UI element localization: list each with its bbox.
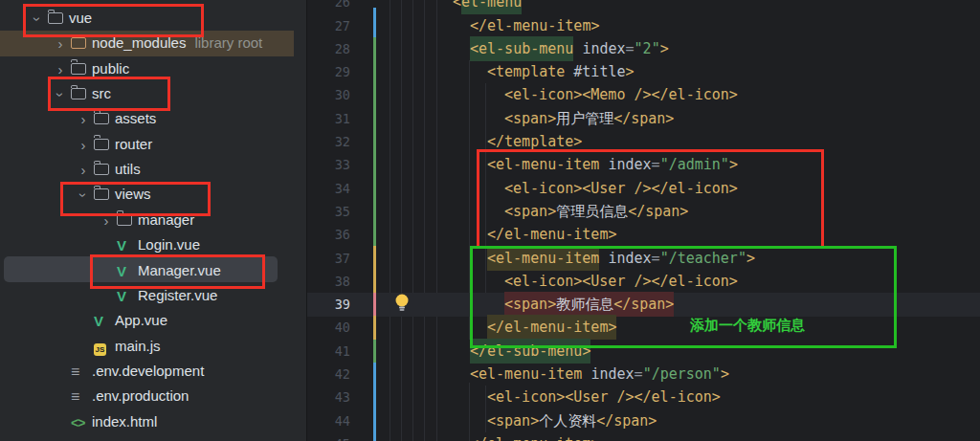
- project-sidebar: ›vue›node_moduleslibrary root›public›src…: [0, 0, 306, 441]
- code-line-31[interactable]: 31<span>用户管理</span>: [307, 107, 980, 130]
- vue-file-icon: V: [117, 237, 126, 254]
- code-text: </el-menu-item>: [470, 14, 599, 37]
- line-number[interactable]: 38: [307, 270, 350, 293]
- token-tag: <template: [487, 63, 573, 80]
- ide-window: ›vue›node_moduleslibrary root›public›src…: [0, 0, 980, 441]
- code-text: <el-sub-menu index="2">: [470, 37, 669, 60]
- green-annotation-box-teacher-block: [470, 246, 897, 348]
- token-attr: index: [582, 40, 625, 57]
- env-file-icon: ≡: [71, 364, 79, 380]
- line-number[interactable]: 35: [307, 200, 350, 223]
- code-line-29[interactable]: 29<template #title>: [307, 60, 980, 83]
- tree-item--env-development[interactable]: ›≡.env.development: [0, 359, 306, 384]
- token-tag: </el-menu-item>: [470, 17, 599, 34]
- token-tag: <el-menu-item: [470, 365, 582, 383]
- code-text: <el-menu: [453, 0, 522, 14]
- line-number[interactable]: 28: [307, 37, 350, 60]
- tree-item-label: main.js: [115, 338, 161, 354]
- tree-item-main-js[interactable]: ›JSmain.js: [0, 334, 306, 359]
- token-tag: </el-menu-item>: [470, 435, 599, 441]
- code-line-30[interactable]: 30<el-icon><Memo /></el-icon>: [307, 83, 980, 106]
- tree-item-label: assets: [115, 110, 156, 126]
- token-eq: =: [635, 365, 643, 383]
- html-file-icon: <>: [71, 415, 84, 430]
- tree-item-label: Register.vue: [138, 287, 217, 303]
- line-number[interactable]: 36: [307, 223, 350, 246]
- token-attr: index: [590, 365, 634, 383]
- tree-item-label: Login.vue: [138, 236, 200, 253]
- vue-file-icon: V: [117, 288, 126, 304]
- tree-item-index-html[interactable]: ›<>index.html: [0, 409, 306, 434]
- code-line-26[interactable]: 26<el-menu: [307, 0, 980, 14]
- line-number[interactable]: 45: [307, 432, 350, 441]
- javascript-file-icon: JS: [94, 343, 106, 356]
- folder-icon: [71, 63, 86, 75]
- tree-item-label: .env.production: [92, 387, 189, 404]
- folder-icon: [71, 37, 86, 49]
- chevron-collapsed-icon[interactable]: ›: [73, 158, 94, 183]
- code-line-43[interactable]: 43<el-icon><User /></el-icon>: [307, 386, 980, 408]
- tree-item-app-vue[interactable]: ›VApp.vue: [0, 308, 306, 333]
- tree-item-label: router: [115, 136, 152, 152]
- code-text: <span>用户管理</span>: [504, 107, 674, 130]
- line-number[interactable]: 32: [307, 130, 350, 153]
- code-text: <template #title>: [487, 60, 635, 83]
- line-number[interactable]: 43: [307, 386, 350, 408]
- env-file-icon: ≡: [71, 388, 79, 405]
- line-number[interactable]: 42: [307, 363, 350, 386]
- token-tag: <span>: [487, 412, 539, 430]
- tree-item-label: .env.development: [92, 363, 204, 379]
- red-annotation-box-views: [60, 182, 211, 216]
- line-number[interactable]: 26: [307, 0, 350, 14]
- code-line-42[interactable]: 42<el-menu-item index="/person">: [307, 363, 980, 386]
- line-number[interactable]: 29: [307, 60, 350, 83]
- token-tag: <el-icon><Memo /></el-icon>: [504, 86, 738, 103]
- code-annotation-note: 添加一个教师信息: [690, 317, 805, 335]
- chevron-collapsed-icon[interactable]: ›: [73, 133, 94, 158]
- token-attr: #title: [573, 63, 625, 80]
- red-annotation-box-vue: [23, 4, 204, 37]
- code-line-45[interactable]: 45</el-menu-item>: [307, 432, 980, 441]
- code-text: <el-menu-item index="/person">: [470, 363, 729, 386]
- folder-icon: [94, 164, 109, 175]
- line-number[interactable]: 40: [307, 316, 350, 339]
- red-annotation-box-src: [48, 77, 170, 111]
- token-tag: <el-icon><User /></el-icon>: [487, 388, 721, 406]
- line-number[interactable]: 37: [307, 247, 350, 270]
- line-number[interactable]: 30: [307, 83, 350, 106]
- token-str: "2": [635, 40, 660, 57]
- code-editor[interactable]: 26<el-menu27</el-menu-item>28<el-sub-men…: [306, 0, 980, 441]
- tree-item-utils[interactable]: ›utils: [0, 157, 306, 182]
- code-line-28[interactable]: 28<el-sub-menu index="2">: [307, 37, 980, 60]
- line-number[interactable]: 44: [307, 409, 350, 432]
- token-str: "/person": [643, 365, 721, 383]
- token-tag: </span>: [596, 412, 657, 430]
- line-number[interactable]: 39: [307, 293, 350, 316]
- red-annotation-box-manager-vue: [90, 254, 265, 289]
- token-tag: >: [626, 63, 635, 80]
- token-tag: <: [453, 0, 461, 11]
- line-number[interactable]: 31: [307, 107, 350, 130]
- folder-icon: [94, 139, 109, 150]
- token-tag: >: [660, 40, 669, 57]
- code-line-27[interactable]: 27</el-menu-item>: [307, 14, 980, 37]
- vue-file-icon: V: [94, 313, 103, 329]
- line-number[interactable]: 33: [307, 153, 350, 176]
- token-txt: 个人资料: [539, 412, 596, 430]
- code-line-44[interactable]: 44<span>个人资料</span>: [307, 409, 980, 432]
- intention-bulb-icon[interactable]: [393, 293, 411, 314]
- token-tag: <span>: [504, 110, 556, 127]
- line-number[interactable]: 27: [307, 14, 350, 37]
- token-txt: 用户管理: [556, 110, 613, 127]
- tree-item-label: index.html: [92, 413, 157, 430]
- line-number[interactable]: 34: [307, 177, 350, 200]
- token-eq: =: [626, 40, 635, 57]
- tree-item-router[interactable]: ›router: [0, 132, 306, 157]
- token-tag: <el-sub-menu: [470, 36, 573, 61]
- chevron-collapsed-icon[interactable]: ›: [73, 107, 94, 132]
- line-number[interactable]: 41: [307, 340, 350, 363]
- tree-item--env-production[interactable]: ›≡.env.production: [0, 384, 306, 408]
- tree-item-label: public: [92, 60, 129, 77]
- tree-item-label: App.vue: [115, 312, 167, 328]
- token-tag: >: [721, 365, 729, 383]
